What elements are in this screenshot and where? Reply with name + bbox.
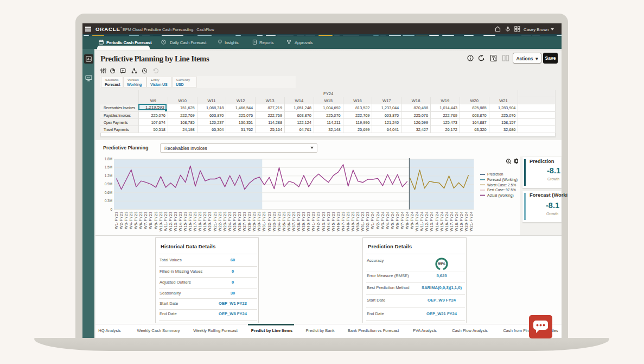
svg-text:W37-FY23: W37-FY23 <box>292 211 296 231</box>
svg-text:W18-FY23: W18-FY23 <box>198 211 202 231</box>
svg-text:W44-FY23: W44-FY23 <box>327 211 330 231</box>
svg-text:W7-FY23: W7-FY23 <box>144 211 148 229</box>
svg-text:W36-FY23: W36-FY23 <box>287 211 291 231</box>
svg-text:W10-FY24: W10-FY24 <box>415 211 419 231</box>
svg-text:W34-FY23: W34-FY23 <box>277 211 281 231</box>
svg-text:W2-FY23: W2-FY23 <box>119 211 123 229</box>
svg-text:W23-FY23: W23-FY23 <box>223 211 227 231</box>
svg-text:W33-FY23: W33-FY23 <box>272 211 276 231</box>
svg-text:Actual (Working): Actual (Working) <box>487 193 514 198</box>
svg-text:1.8M: 1.8M <box>105 157 112 161</box>
svg-text:W45-FY23: W45-FY23 <box>331 211 335 231</box>
svg-text:W14-FY23: W14-FY23 <box>178 211 182 231</box>
svg-text:W40-FY23: W40-FY23 <box>307 211 310 231</box>
svg-text:Prediction: Prediction <box>487 172 503 176</box>
svg-text:1.5M: 1.5M <box>105 165 112 169</box>
svg-text:W42-FY23: W42-FY23 <box>316 211 320 231</box>
svg-text:99%: 99% <box>438 262 445 266</box>
svg-text:W15-FY23: W15-FY23 <box>183 211 187 231</box>
svg-text:W48-FY23: W48-FY23 <box>346 211 350 231</box>
svg-text:W10-FY23: W10-FY23 <box>159 211 163 231</box>
svg-text:W20-FY23: W20-FY23 <box>208 211 212 231</box>
svg-text:W15-FY24: W15-FY24 <box>440 211 444 231</box>
svg-text:W17-FY24: W17-FY24 <box>450 211 454 231</box>
svg-text:W38-FY23: W38-FY23 <box>297 211 301 231</box>
svg-text:W13-FY23: W13-FY23 <box>174 211 177 231</box>
svg-text:W30-FY23: W30-FY23 <box>257 211 261 231</box>
svg-text:W17-FY23: W17-FY23 <box>193 211 197 231</box>
svg-text:W20-FY24: W20-FY24 <box>464 211 468 231</box>
svg-text:W1-FY24: W1-FY24 <box>371 211 374 229</box>
svg-text:W14-FY24: W14-FY24 <box>435 211 439 231</box>
svg-text:W21-FY24: W21-FY24 <box>469 211 473 231</box>
svg-text:W21-FY23: W21-FY23 <box>213 211 217 231</box>
svg-text:W16-FY24: W16-FY24 <box>445 211 449 231</box>
svg-text:W52-FY23: W52-FY23 <box>366 211 369 231</box>
svg-text:W9-FY23: W9-FY23 <box>154 211 158 229</box>
svg-text:W27-FY23: W27-FY23 <box>243 211 246 231</box>
svg-text:W12-FY24: W12-FY24 <box>425 211 429 231</box>
svg-text:W31-FY23: W31-FY23 <box>262 211 266 231</box>
svg-text:Worst Case: 2.5%: Worst Case: 2.5% <box>487 183 516 187</box>
svg-text:W8-FY23: W8-FY23 <box>149 211 152 229</box>
svg-text:W1-FY23: W1-FY23 <box>114 211 118 229</box>
svg-text:W8-FY24: W8-FY24 <box>405 211 409 229</box>
svg-text:W29-FY23: W29-FY23 <box>252 211 256 231</box>
svg-text:1.2M: 1.2M <box>105 174 112 178</box>
svg-text:W32-FY23: W32-FY23 <box>267 211 271 231</box>
svg-text:W50-FY23: W50-FY23 <box>356 211 360 231</box>
svg-text:W49-FY23: W49-FY23 <box>351 211 355 231</box>
svg-text:W41-FY23: W41-FY23 <box>311 211 315 231</box>
svg-text:W6-FY24: W6-FY24 <box>396 211 399 229</box>
svg-text:W6-FY23: W6-FY23 <box>139 211 143 229</box>
svg-text:W7-FY24: W7-FY24 <box>400 211 404 229</box>
svg-text:W2-FY24: W2-FY24 <box>376 211 380 229</box>
svg-text:W28-FY23: W28-FY23 <box>247 211 251 231</box>
svg-text:W5-FY23: W5-FY23 <box>134 211 138 229</box>
svg-text:Best Case: 97.5%: Best Case: 97.5% <box>487 188 516 192</box>
svg-text:W25-FY23: W25-FY23 <box>233 211 237 231</box>
svg-text:W47-FY23: W47-FY23 <box>341 211 345 231</box>
svg-text:W16-FY23: W16-FY23 <box>188 211 192 231</box>
svg-text:W26-FY23: W26-FY23 <box>238 211 241 231</box>
svg-text:W11-FY24: W11-FY24 <box>420 211 424 231</box>
svg-text:Forecast (Working): Forecast (Working) <box>487 178 518 182</box>
svg-text:W4-FY23: W4-FY23 <box>129 211 133 229</box>
svg-text:W19-FY24: W19-FY24 <box>460 211 463 231</box>
svg-text:W11-FY23: W11-FY23 <box>164 211 168 231</box>
svg-text:W51-FY23: W51-FY23 <box>361 211 365 231</box>
svg-text:W9-FY24: W9-FY24 <box>410 211 414 229</box>
svg-text:W24-FY23: W24-FY23 <box>228 211 232 231</box>
svg-text:W12-FY23: W12-FY23 <box>169 211 173 231</box>
svg-text:W19-FY23: W19-FY23 <box>203 211 207 231</box>
svg-text:0.6M: 0.6M <box>105 191 112 194</box>
svg-text:W3-FY24: W3-FY24 <box>381 211 385 229</box>
svg-text:W46-FY23: W46-FY23 <box>336 211 340 231</box>
svg-text:0.3M: 0.3M <box>105 199 112 203</box>
svg-text:0.9M: 0.9M <box>105 182 112 186</box>
svg-text:W5-FY24: W5-FY24 <box>391 211 394 229</box>
svg-text:W18-FY24: W18-FY24 <box>455 211 458 231</box>
svg-text:W13-FY24: W13-FY24 <box>430 211 433 231</box>
svg-text:W43-FY23: W43-FY23 <box>322 211 326 231</box>
svg-text:0: 0 <box>110 208 112 211</box>
svg-text:W4-FY24: W4-FY24 <box>386 211 390 229</box>
svg-text:W3-FY23: W3-FY23 <box>124 211 128 229</box>
svg-text:W22-FY23: W22-FY23 <box>218 211 222 231</box>
svg-text:W39-FY23: W39-FY23 <box>302 211 305 231</box>
svg-text:W35-FY23: W35-FY23 <box>282 211 286 231</box>
